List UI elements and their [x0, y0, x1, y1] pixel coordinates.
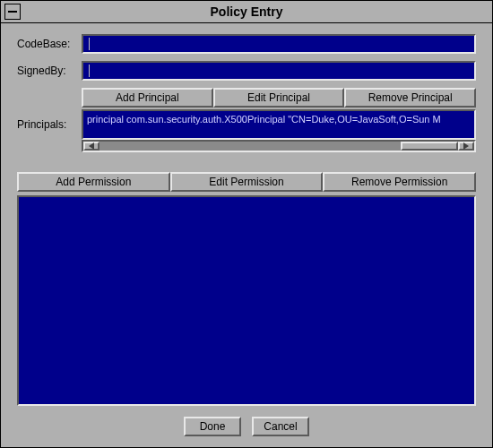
principals-label: Principals:: [17, 109, 82, 152]
signedby-input[interactable]: [82, 61, 476, 81]
principals-list[interactable]: principal com.sun.security.auth.X500Prin…: [82, 109, 476, 140]
codebase-row: CodeBase:: [17, 34, 476, 54]
signedby-row: SignedBy:: [17, 61, 476, 81]
policy-entry-window: Policy Entry CodeBase: SignedBy: Add Pri…: [0, 0, 493, 448]
remove-permission-button[interactable]: Remove Permission: [323, 172, 476, 192]
scroll-track[interactable]: [99, 142, 458, 151]
client-area: CodeBase: SignedBy: Add Principal Edit P…: [1, 23, 492, 447]
dialog-footer: Done Cancel: [17, 417, 476, 436]
remove-principal-button[interactable]: Remove Principal: [344, 88, 476, 108]
scroll-left-icon[interactable]: [83, 142, 99, 151]
signedby-label: SignedBy:: [17, 65, 82, 77]
scroll-thumb[interactable]: [401, 142, 458, 151]
scroll-right-icon[interactable]: [458, 142, 474, 151]
codebase-input[interactable]: [82, 34, 476, 54]
list-item[interactable]: principal com.sun.security.auth.X500Prin…: [87, 113, 471, 125]
titlebar: Policy Entry: [1, 1, 492, 23]
window-title: Policy Entry: [1, 4, 492, 19]
add-principal-button[interactable]: Add Principal: [82, 88, 213, 108]
permission-button-row: Add Permission Edit Permission Remove Pe…: [17, 172, 476, 192]
principals-section: Principals: principal com.sun.security.a…: [17, 109, 476, 152]
caret-icon: [89, 65, 90, 77]
cancel-button[interactable]: Cancel: [252, 417, 309, 436]
caret-icon: [89, 38, 90, 50]
add-permission-button[interactable]: Add Permission: [17, 172, 170, 192]
principals-hscrollbar[interactable]: [82, 140, 476, 152]
edit-permission-button[interactable]: Edit Permission: [170, 172, 324, 192]
permissions-list[interactable]: [17, 195, 476, 406]
edit-principal-button[interactable]: Edit Principal: [213, 88, 345, 108]
principal-button-row: Add Principal Edit Principal Remove Prin…: [82, 88, 476, 108]
codebase-label: CodeBase:: [17, 38, 82, 50]
done-button[interactable]: Done: [184, 417, 241, 436]
principals-list-container: principal com.sun.security.auth.X500Prin…: [82, 109, 476, 152]
